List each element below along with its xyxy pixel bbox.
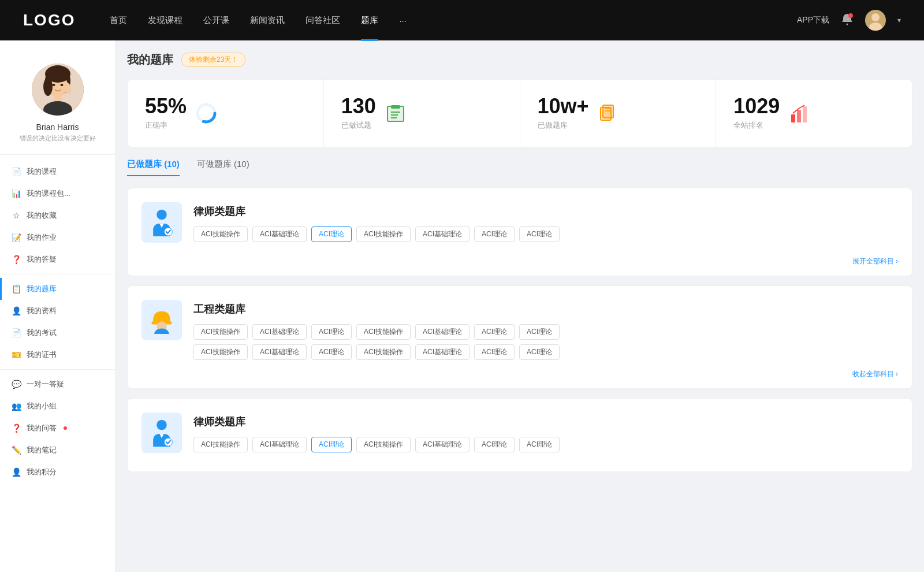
lawyer-icon [148,209,176,236]
notes-icon: ✏️ [12,445,21,455]
sidebar-menu: 📄 我的课程 📊 我的课程包... ☆ 我的收藏 📝 我的作业 ❓ 我的答疑 � [0,155,115,489]
svg-point-0 [847,24,848,25]
lawyer-bank-icon [141,202,182,243]
sidebar-label-favorites: 我的收藏 [27,210,57,221]
materials-icon: 👤 [12,306,21,315]
profile-motto: 错误的决定比没有决定要好 [6,134,109,143]
sidebar-label-one-on-one: 一对一答疑 [27,379,64,389]
sidebar-item-cert[interactable]: 🎫 我的证书 [0,344,115,366]
sidebar-item-question-bank[interactable]: 📋 我的题库 [0,278,115,300]
bank-tag[interactable]: ACI基础理论 [252,324,307,340]
sidebar-label-my-qa: 我的问答 [27,423,57,433]
sidebar-item-my-qa[interactable]: ❓ 我的问答 [0,417,115,439]
sidebar-item-group[interactable]: 👥 我的小组 [0,395,115,417]
trial-badge: 体验剩余23天！ [181,53,245,67]
nav-link-qa[interactable]: 问答社区 [305,15,340,26]
bank-name-lawyer-1: 律师类题库 [193,202,898,218]
bank-tag[interactable]: ACI基础理论 [415,226,470,242]
bank-tag[interactable]: ACI基础理论 [252,226,307,242]
sidebar-item-points[interactable]: 👤 我的积分 [0,461,115,483]
bank-tag[interactable]: ACI技能操作 [356,226,411,242]
sidebar-item-exam[interactable]: 📄 我的考试 [0,322,115,344]
books-icon [598,103,619,124]
group-icon: 👥 [12,402,21,411]
bank-name-engineer: 工程类题库 [193,300,898,316]
sidebar-item-notes[interactable]: ✏️ 我的笔记 [0,439,115,461]
stat-value-rank: 1029 [733,96,780,117]
bank-tag[interactable]: ACI技能操作 [356,324,411,340]
bank-tag[interactable]: ACI理论 [474,226,515,242]
nav-link-bank[interactable]: 题库 [361,15,378,26]
sidebar-divider-2 [0,369,115,370]
question-bank-icon: 📋 [12,284,21,294]
tab-available-banks[interactable]: 可做题库 (10) [197,159,249,176]
sidebar-label-cert: 我的证书 [27,350,57,360]
course-package-icon: 📊 [12,189,21,198]
lawyer-bank-icon-2 [141,413,182,453]
sidebar-profile: Brian Harris 错误的决定比没有决定要好 [0,52,115,155]
bank-card-expand-1[interactable]: 展开全部科目 › [141,252,898,266]
stat-correct-rate: 55% 正确率 [128,80,324,147]
tabs-bar: 已做题库 (10) 可做题库 (10) [127,159,912,176]
bank-tag[interactable]: ACI基础理论 [415,344,470,360]
sidebar-item-favorites[interactable]: ☆ 我的收藏 [0,205,115,226]
bank-name-lawyer-2: 律师类题库 [193,413,898,429]
stat-value-correct: 55% [145,96,187,117]
bank-tag[interactable]: ACI理论 [519,226,560,242]
nav-link-home[interactable]: 首页 [110,15,127,26]
clipboard-icon [385,103,406,124]
bank-tag[interactable]: ACI理论 [474,324,515,340]
nav-link-news[interactable]: 新闻资讯 [250,15,285,26]
bank-tag[interactable]: ACI基础理论 [252,344,307,360]
bank-tag[interactable]: ACI理论 [519,344,560,360]
bank-tag[interactable]: ACI技能操作 [193,226,248,242]
svg-rect-29 [791,114,795,122]
bank-card-header-1: 律师类题库 ACI技能操作 ACI基础理论 ACI理论 ACI技能操作 ACI基… [141,202,898,243]
bank-tag[interactable]: ACI技能操作 [356,344,411,360]
bar-chart-icon [789,103,810,124]
bank-tag[interactable]: ACI技能操作 [193,324,248,340]
sidebar-item-my-course[interactable]: 📄 我的课程 [0,161,115,183]
bank-tag[interactable]: ACI理论 [311,344,352,360]
bank-tag[interactable]: ACI理论 [519,437,560,452]
nav-link-more[interactable]: ··· [399,16,407,25]
sidebar-label-my-course: 我的课程 [27,166,57,177]
sidebar-item-homework[interactable]: 📝 我的作业 [0,226,115,248]
sidebar: Brian Harris 错误的决定比没有决定要好 📄 我的课程 📊 我的课程包… [0,40,116,572]
bank-tag[interactable]: ACI理论 [519,324,560,340]
bank-tag[interactable]: ACI基础理论 [252,437,307,452]
answers-icon: ❓ [12,255,21,264]
bank-tag-active[interactable]: ACI理论 [311,226,352,242]
bank-tag[interactable]: ACI理论 [474,344,515,360]
stat-label-rank: 全站排名 [733,120,780,131]
tab-done-banks[interactable]: 已做题库 (10) [127,159,180,176]
banks-icon [597,102,620,125]
bank-tag[interactable]: ACI基础理论 [415,437,470,452]
sidebar-item-course-package[interactable]: 📊 我的课程包... [0,183,115,205]
bank-tag[interactable]: ACI理论 [311,324,352,340]
user-avatar[interactable] [865,10,886,31]
nav-link-open[interactable]: 公开课 [203,15,229,26]
notification-bell[interactable] [841,13,854,28]
svg-rect-25 [603,105,613,118]
svg-rect-30 [797,110,801,122]
bank-tag[interactable]: ACI基础理论 [415,324,470,340]
sidebar-item-materials[interactable]: 👤 我的资料 [0,300,115,322]
navbar: LOGO 首页 发现课程 公开课 新闻资讯 问答社区 题库 ··· APP下载 [0,0,924,40]
bank-tag[interactable]: ACI技能操作 [193,437,248,452]
bank-card-collapse[interactable]: 收起全部科目 › [141,369,898,379]
sidebar-divider-1 [0,274,115,274]
user-dropdown-arrow[interactable]: ▾ [897,16,901,24]
stat-done-banks: 10w+ 已做题库 [520,80,717,147]
app-download-button[interactable]: APP下载 [797,15,829,25]
bank-tag-active-2[interactable]: ACI理论 [311,437,352,452]
svg-point-9 [43,77,53,96]
svg-point-13 [60,84,63,86]
bank-tag[interactable]: ACI理论 [474,437,515,452]
bank-tag[interactable]: ACI技能操作 [356,437,411,452]
engineer-bank-icon [141,300,182,340]
sidebar-item-one-on-one[interactable]: 💬 一对一答疑 [0,373,115,395]
nav-link-discover[interactable]: 发现课程 [148,15,182,26]
sidebar-item-answers[interactable]: ❓ 我的答疑 [0,248,115,270]
bank-tag[interactable]: ACI技能操作 [193,344,248,360]
